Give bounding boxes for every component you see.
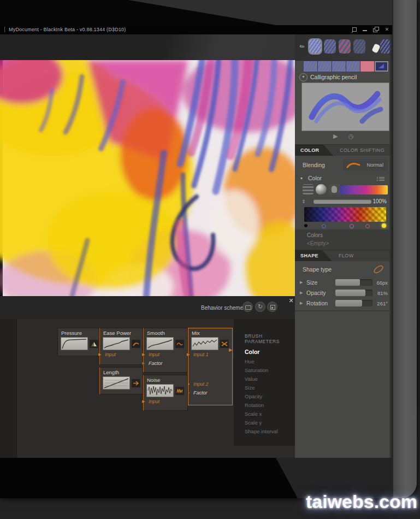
sphere-swatch-icon[interactable]	[316, 184, 327, 194]
tab-color[interactable]: COLOR	[295, 145, 333, 156]
brush-variant-thumb[interactable]	[304, 61, 318, 72]
input1-label: Input 1	[193, 352, 209, 357]
smooth-icon	[175, 340, 184, 348]
painting	[0, 60, 295, 296]
param-color[interactable]: Color	[245, 349, 259, 355]
window-title: MyDocument - BlackInk Beta - v0.88.1344 …	[9, 27, 126, 32]
watermark: taiwebs.com	[306, 491, 417, 512]
opacity-value: 81%	[377, 290, 388, 296]
minimize-icon[interactable]	[362, 27, 368, 32]
model-swatch-icon[interactable]	[329, 184, 340, 194]
blending-mode-dropdown[interactable]: Normal	[343, 159, 388, 171]
divider	[295, 310, 389, 311]
node-noise[interactable]: Noise ▶Input	[143, 375, 188, 411]
length-icon	[132, 379, 140, 387]
behavior-scheme-title: Behavior scheme	[201, 305, 243, 311]
node-title: Smooth	[144, 328, 187, 337]
gradient-opacity-slider[interactable]	[313, 199, 371, 204]
input1-connector-icon[interactable]: ▶	[187, 352, 190, 357]
pencil-tool-icon[interactable]: ✎	[298, 43, 306, 51]
brush-stroke-preview	[302, 83, 388, 129]
curve-graph	[103, 337, 130, 350]
expand-rotation-icon[interactable]: ▶	[300, 301, 303, 305]
gradient-stop-selected[interactable]	[382, 223, 386, 228]
param-scale-y[interactable]: Scale y	[245, 420, 262, 426]
brush-preset-thumb[interactable]	[339, 39, 351, 54]
tab-color-shifting[interactable]: COLOR SHIFTING	[340, 148, 384, 153]
gradient-stop[interactable]	[304, 224, 307, 227]
param-shape-interval[interactable]: Shape interval	[245, 428, 278, 434]
reset-scheme-icon[interactable]: ↻	[255, 302, 265, 312]
brush-variant-thumb[interactable]	[318, 61, 332, 72]
brush-preset-thumb[interactable]	[324, 39, 336, 54]
param-scale-x[interactable]: Scale x	[245, 411, 262, 417]
input-label: Input	[149, 352, 159, 357]
collapse-icon[interactable]: ▾	[300, 176, 303, 181]
shape-type-icon[interactable]	[372, 264, 384, 275]
play-preview-icon[interactable]: ▶	[333, 133, 338, 140]
gradient-swatch[interactable]	[340, 185, 388, 194]
gradient-opacity-value: 100%	[372, 198, 387, 204]
right-sidebar: ✎ ▾ Calligraphic pencil	[295, 34, 392, 458]
history-icon[interactable]: ◷	[348, 133, 354, 140]
colors-label: Colors	[307, 232, 323, 238]
brush-menu-icon[interactable]: ▾	[299, 73, 307, 81]
input-label: Input	[105, 352, 116, 357]
param-value[interactable]: Value	[245, 376, 258, 382]
shape-tabbar: SHAPE FLOW	[295, 250, 392, 261]
curve-graph	[103, 376, 130, 390]
eraser-tool-icon[interactable]	[371, 43, 380, 53]
gradient-stops	[295, 223, 392, 229]
node-mix[interactable]: Mix ▶Input 1 ▶Input 2 ▶Factor ▶	[188, 328, 233, 405]
gradient-editor[interactable]	[304, 207, 386, 222]
node-smooth[interactable]: Smooth ▶Input ▶Factor	[143, 328, 188, 373]
brush-variant-thumb[interactable]	[360, 61, 375, 72]
open-scheme-icon[interactable]	[242, 302, 253, 312]
restore-icon[interactable]	[373, 27, 379, 32]
curve-graph	[191, 337, 218, 350]
size-value: 66px	[376, 280, 388, 286]
opacity-slider[interactable]	[335, 290, 372, 296]
brush-variant-thumb[interactable]	[332, 61, 346, 72]
curve-graph	[61, 337, 88, 350]
brush-preset-thumb[interactable]	[309, 39, 321, 54]
param-hue[interactable]: Hue	[245, 358, 254, 364]
color-tabbar: COLOR COLOR SHIFTING	[295, 144, 392, 156]
expand-opacity-icon[interactable]: ▶	[300, 291, 303, 295]
input-connector-icon[interactable]: ▶	[142, 399, 145, 404]
save-scheme-icon[interactable]	[267, 302, 277, 312]
input-connector-icon[interactable]: ▶	[98, 352, 101, 357]
close-panel-icon[interactable]: ✕	[288, 297, 294, 304]
blend-stroke-icon	[346, 162, 360, 168]
rotation-slider[interactable]	[335, 300, 372, 306]
brush-preset-thumb[interactable]	[353, 39, 365, 54]
tab-shape[interactable]: SHAPE	[295, 250, 332, 261]
bezel-right	[392, 0, 417, 498]
pin-window-icon[interactable]	[351, 27, 357, 32]
gradient-stop[interactable]	[350, 224, 354, 228]
size-slider[interactable]	[335, 279, 372, 286]
factor-connector-icon[interactable]: ▶	[142, 361, 145, 365]
param-saturation[interactable]: Saturation	[245, 367, 268, 373]
param-rotation[interactable]: Rotation	[245, 402, 264, 408]
param-size[interactable]: Size	[245, 385, 255, 391]
gradient-stop[interactable]	[365, 224, 370, 228]
param-opacity[interactable]: Opacity	[245, 393, 262, 399]
list-options-icon[interactable]	[377, 176, 384, 181]
input-connector-icon[interactable]: ▶	[142, 352, 145, 357]
brush-variant-thumb-selected[interactable]	[375, 61, 389, 72]
brush-variant-thumb[interactable]	[346, 61, 360, 72]
node-length[interactable]: Length	[99, 367, 143, 394]
input2-label: Input 2	[193, 381, 209, 387]
mix-icon	[220, 340, 229, 348]
close-icon[interactable]: ✕	[384, 27, 390, 32]
node-editor[interactable]: Pressure Ease Power ▶Input Smooth	[0, 319, 295, 458]
checker-swatch-icon[interactable]	[303, 184, 313, 194]
node-ease-power[interactable]: Ease Power ▶Input	[99, 328, 143, 365]
tab-flow[interactable]: FLOW	[339, 253, 354, 258]
node-pressure[interactable]: Pressure	[57, 328, 99, 356]
expand-size-icon[interactable]: ▶	[300, 280, 303, 285]
gradient-stop[interactable]	[322, 224, 326, 228]
brush-variant-strip	[304, 61, 389, 72]
canvas[interactable]	[0, 60, 295, 296]
